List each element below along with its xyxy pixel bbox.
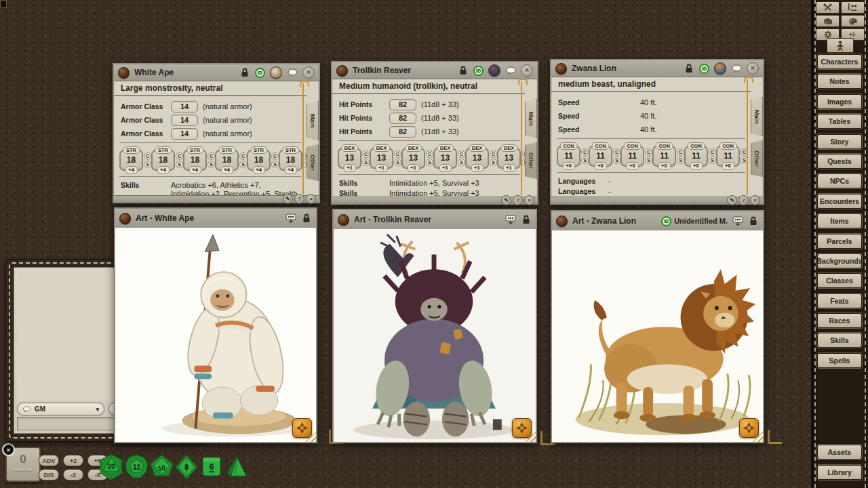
check-roll-button[interactable]: C (581, 148, 589, 156)
help-icon[interactable]: ? (513, 195, 523, 205)
save-roll-button[interactable]: S (426, 159, 433, 166)
sidebar-button[interactable]: Quests (817, 154, 862, 169)
image-pan-button[interactable] (739, 418, 759, 438)
check-roll-button[interactable]: C (271, 152, 279, 160)
chat-bubble-icon[interactable] (287, 67, 298, 78)
sidebar-button[interactable]: Tables (817, 114, 862, 129)
check-roll-button[interactable]: C (613, 148, 620, 156)
close-icon[interactable]: × (747, 62, 759, 75)
ability-block[interactable]: STR 18 +4 (279, 150, 302, 171)
book-button[interactable] (816, 15, 840, 27)
npc-window-titlebar[interactable]: White Ape ID × (114, 64, 319, 81)
identified-badge-icon[interactable]: ID (699, 64, 709, 74)
ability-modifier[interactable]: +0 (626, 162, 639, 170)
stat-value-field[interactable]: 82 (389, 113, 416, 124)
tools-button[interactable] (816, 1, 840, 14)
close-icon[interactable]: × (521, 64, 533, 77)
d8-die[interactable]: 8 (174, 451, 199, 483)
save-roll-button[interactable]: S (271, 161, 279, 168)
sidebar-button[interactable]: Images (817, 94, 862, 109)
modifier-box[interactable]: × 0 Modifier (5, 447, 41, 482)
stat-value-field[interactable]: 82 (389, 126, 416, 138)
ability-block[interactable]: CON 11 +0 (684, 146, 708, 167)
close-icon[interactable]: × (750, 195, 760, 205)
stat-value-field[interactable]: 14 (171, 128, 198, 140)
image-pan-button[interactable] (292, 418, 312, 438)
sidebar-button[interactable]: Encounters (817, 194, 862, 209)
edit-icon[interactable]: ✎ (501, 195, 511, 205)
check-roll-button[interactable]: C (176, 152, 183, 160)
check-roll-button[interactable]: C (645, 148, 652, 156)
roll-modifier-button[interactable]: -2 (63, 469, 83, 481)
ability-block[interactable]: DEX 13 +1 (465, 148, 489, 169)
vertical-scrollbar[interactable] (747, 79, 748, 195)
ability-block[interactable]: CON 11 +0 (557, 146, 580, 167)
ability-modifier[interactable]: +4 (189, 166, 201, 174)
identified-badge-icon[interactable]: ID (255, 68, 265, 78)
ability-modifier[interactable]: +1 (375, 164, 388, 172)
ability-modifier[interactable]: +1 (502, 164, 515, 172)
ability-modifier[interactable]: +1 (343, 164, 356, 172)
help-icon[interactable]: ? (738, 195, 749, 205)
sidebar-button[interactable]: Races (817, 313, 862, 328)
check-roll-button[interactable]: C (239, 152, 247, 160)
ability-modifier[interactable]: +1 (471, 164, 484, 172)
window-menu-orb-icon[interactable] (336, 65, 348, 77)
sidebar-button[interactable]: NPCs (817, 174, 862, 188)
ability-modifier[interactable]: +4 (157, 166, 170, 174)
check-roll-button[interactable]: C (677, 148, 684, 156)
save-roll-button[interactable]: S (362, 159, 370, 166)
ability-block[interactable]: CON 11 +0 (716, 146, 740, 167)
check-roll-button[interactable]: C (394, 150, 401, 158)
ability-block[interactable]: STR 18 +4 (215, 150, 239, 171)
lock-icon[interactable] (239, 67, 250, 78)
ability-modifier[interactable]: +0 (722, 162, 734, 170)
vertical-scrollbar[interactable] (302, 83, 304, 194)
chat-bubble-icon[interactable] (731, 63, 742, 74)
save-roll-button[interactable]: S (176, 161, 183, 168)
lock-icon[interactable] (748, 216, 759, 226)
chat-speaker-dropdown[interactable]: GM ▾ (17, 403, 104, 415)
ability-modifier[interactable]: +1 (407, 164, 420, 172)
roll-modifier-button[interactable]: ADV (39, 455, 59, 466)
chat-bubble-icon[interactable] (505, 65, 516, 76)
image-pan-button[interactable] (512, 418, 532, 438)
lock-icon[interactable] (458, 65, 469, 76)
d4-die[interactable] (224, 451, 249, 483)
ability-block[interactable]: DEX 13 +1 (338, 148, 361, 169)
close-icon[interactable]: × (524, 195, 534, 205)
tab-other[interactable]: Other (525, 142, 537, 179)
window-menu-orb-icon[interactable] (118, 67, 130, 79)
window-menu-orb-icon[interactable] (555, 63, 567, 75)
ability-block[interactable]: DEX 13 +1 (497, 148, 521, 169)
ability-block[interactable]: DEX 13 +1 (370, 148, 393, 169)
lock-icon[interactable] (301, 213, 312, 224)
npc-token-portrait[interactable] (488, 64, 500, 77)
tab-main[interactable]: Main (525, 99, 537, 138)
ability-block[interactable]: DEX 13 +1 (433, 148, 457, 169)
zwana-lion-artwork[interactable] (552, 230, 763, 442)
sidebar-button[interactable]: Classes (817, 273, 862, 288)
sidebar-button[interactable]: Backgrounds (817, 253, 862, 268)
close-icon[interactable]: × (306, 194, 316, 204)
check-roll-button[interactable]: C (144, 152, 151, 160)
sidebar-button[interactable]: Skills (817, 333, 862, 348)
window-menu-orb-icon[interactable] (119, 213, 131, 224)
ability-modifier[interactable]: +4 (125, 166, 138, 174)
sidebar-button[interactable]: Items (817, 214, 862, 228)
save-roll-button[interactable]: S (144, 161, 151, 168)
clear-modifier-icon[interactable]: × (2, 443, 15, 456)
edit-icon[interactable]: ✎ (283, 194, 293, 204)
trollkin-artwork[interactable] (334, 229, 536, 442)
ability-block[interactable]: STR 18 +4 (119, 150, 143, 171)
lock-icon[interactable] (684, 63, 694, 74)
help-icon[interactable]: ? (294, 194, 304, 204)
art-window-titlebar[interactable]: Art - Trollkin Reaver (334, 210, 536, 230)
ability-modifier[interactable]: +4 (284, 166, 297, 174)
npc-window-titlebar[interactable]: Zwana Lion ID × (551, 60, 763, 77)
ability-modifier[interactable]: +4 (252, 166, 265, 174)
sidebar-button[interactable]: Spells (817, 353, 862, 368)
save-roll-button[interactable]: S (581, 157, 589, 164)
tab-other[interactable]: Other (307, 144, 319, 181)
palette-button[interactable] (841, 15, 865, 27)
